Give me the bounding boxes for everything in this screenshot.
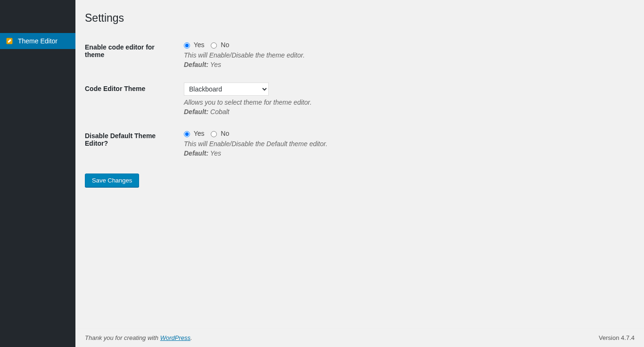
sidebar-item-label: Theme Editor: [18, 37, 58, 45]
radio-label: No: [221, 130, 229, 137]
radio-group-disable-default: Yes No: [184, 130, 630, 137]
select-code-theme[interactable]: Blackboard: [184, 83, 269, 96]
radio-label: Yes: [194, 130, 205, 137]
sidebar-item-theme-editor[interactable]: Theme Editor: [0, 33, 75, 49]
setting-field: Yes No This will Enable/Disable the them…: [179, 34, 635, 75]
setting-field: Blackboard Allows you to select theme fo…: [179, 75, 635, 123]
setting-default: Default: Cobalt: [184, 108, 630, 116]
setting-default: Default: Yes: [184, 61, 630, 68]
radio-option-no[interactable]: No: [211, 130, 229, 137]
setting-field: Yes No This will Enable/Disable the Defa…: [179, 123, 635, 164]
default-label: Default:: [184, 108, 208, 116]
settings-form-table: Enable code editor for theme Yes No This…: [85, 34, 635, 164]
radio-enable-no[interactable]: [211, 42, 217, 49]
page-title: Settings: [85, 12, 635, 25]
footer-thanks-suffix: .: [190, 334, 192, 341]
setting-label: Code Editor Theme: [85, 75, 179, 123]
setting-row-disable-default: Disable Default Theme Editor? Yes No Thi…: [85, 123, 635, 164]
radio-label: Yes: [194, 41, 205, 49]
radio-group-enable-editor: Yes No: [184, 41, 630, 49]
radio-disable-no[interactable]: [211, 131, 217, 137]
radio-enable-yes[interactable]: [184, 42, 190, 49]
setting-description: This will Enable/Disable the theme edito…: [184, 51, 630, 59]
default-label: Default:: [184, 149, 208, 157]
setting-row-enable-editor: Enable code editor for theme Yes No This…: [85, 34, 635, 75]
radio-label: No: [221, 41, 229, 49]
footer-thanks: Thank you for creating with WordPress.: [85, 334, 192, 341]
footer-wordpress-link[interactable]: WordPress: [160, 334, 190, 341]
default-value: Yes: [210, 61, 221, 68]
setting-label: Enable code editor for theme: [85, 34, 179, 75]
default-label: Default:: [184, 61, 208, 68]
default-value: Cobalt: [210, 108, 229, 116]
radio-disable-yes[interactable]: [184, 131, 190, 137]
pencil-icon: [5, 36, 14, 46]
footer-version: Version 4.7.4: [599, 334, 635, 341]
admin-sidebar: Theme Editor: [0, 0, 75, 347]
admin-footer: Thank you for creating with WordPress. V…: [75, 328, 644, 347]
setting-default: Default: Yes: [184, 149, 630, 157]
radio-option-no[interactable]: No: [211, 41, 229, 49]
main-content: Settings Enable code editor for theme Ye…: [75, 0, 644, 347]
radio-option-yes[interactable]: Yes: [184, 41, 206, 49]
default-value: Yes: [210, 149, 221, 157]
setting-row-code-theme: Code Editor Theme Blackboard Allows you …: [85, 75, 635, 123]
setting-description: This will Enable/Disable the Default the…: [184, 140, 630, 148]
setting-description: Allows you to select theme for theme edi…: [184, 99, 630, 106]
save-button[interactable]: Save Changes: [85, 174, 139, 187]
radio-option-yes[interactable]: Yes: [184, 130, 206, 137]
footer-thanks-prefix: Thank you for creating with: [85, 334, 160, 341]
setting-label: Disable Default Theme Editor?: [85, 123, 179, 164]
